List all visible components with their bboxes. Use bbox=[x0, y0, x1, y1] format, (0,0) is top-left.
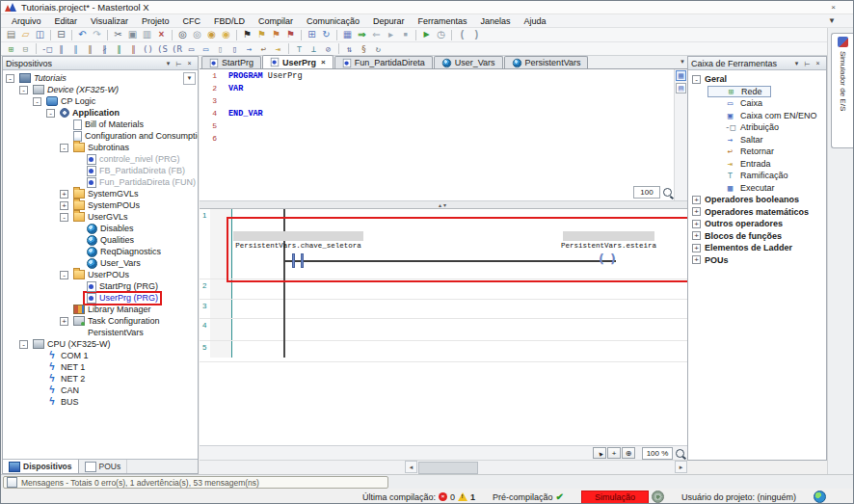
insert-positive-edge-contact-button[interactable]: ∥ bbox=[112, 42, 126, 55]
toolbox-group-blocos-de-funcoes[interactable]: + Blocos de funções bbox=[688, 230, 789, 243]
simulation-mode-button[interactable]: ▶ bbox=[419, 29, 434, 41]
bottom-tab-pous[interactable]: POUs bbox=[79, 460, 128, 473]
menu-depurar[interactable]: Depurar bbox=[366, 15, 412, 27]
declaration-editor[interactable]: 1 PROGRAM UserPrg 2 VAR 3 4 bbox=[200, 69, 687, 200]
find-next-button[interactable]: ◎ bbox=[190, 29, 204, 41]
insert-assignment-button[interactable]: -□ bbox=[40, 42, 54, 55]
tab-fun-partidadireta[interactable]: Fun_PartidaDireta bbox=[334, 56, 433, 68]
insert-box-button[interactable]: ▭ bbox=[184, 42, 199, 55]
tree-expander-icon[interactable] bbox=[73, 294, 82, 303]
tree-expander-icon[interactable]: + bbox=[60, 201, 68, 210]
tree-expander-icon[interactable] bbox=[73, 282, 82, 291]
tree-item-can[interactable]: CAN bbox=[3, 385, 198, 396]
tree-item-net2[interactable]: NET 2 bbox=[3, 373, 198, 385]
undo-button[interactable]: ↶ bbox=[75, 29, 90, 41]
tree-expander-icon[interactable] bbox=[60, 305, 68, 314]
tree-item-startprg[interactable]: StartPrg (PRG) bbox=[3, 280, 198, 292]
replace-button[interactable]: ◉ bbox=[219, 29, 233, 41]
toolbar-separator[interactable] bbox=[71, 30, 72, 40]
tree-expander-icon[interactable] bbox=[33, 398, 41, 407]
toolbar-separator[interactable] bbox=[236, 30, 237, 40]
tree-expander-icon[interactable] bbox=[73, 259, 82, 268]
edge-detection-button[interactable]: ⇅ bbox=[342, 42, 357, 55]
tree-expander-icon[interactable] bbox=[73, 167, 82, 175]
tab-user-vars[interactable]: User_Vars bbox=[434, 56, 503, 68]
toolbox-expander-icon[interactable] bbox=[711, 123, 720, 132]
close-icon[interactable]: × bbox=[813, 60, 823, 66]
insert-empty-box-button[interactable]: ▯ bbox=[213, 42, 227, 55]
menu-ferramentas[interactable]: Ferramentas bbox=[412, 15, 474, 27]
toolbar-separator[interactable] bbox=[107, 30, 108, 40]
menu-compilar[interactable]: Compilar bbox=[252, 15, 300, 27]
pan-tool-button[interactable]: + bbox=[607, 447, 621, 459]
clear-bookmarks-button[interactable]: ⚑ bbox=[283, 29, 298, 41]
tree-expander-icon[interactable] bbox=[33, 363, 41, 372]
toolbox-expander-icon[interactable] bbox=[711, 159, 720, 168]
copy-button[interactable]: ▣ bbox=[125, 29, 140, 41]
tab-overflow-icon[interactable]: ▼ bbox=[680, 59, 685, 65]
filter-icon[interactable]: ▼ bbox=[828, 16, 836, 25]
toolbox-item-atribuicao[interactable]: -□ Atribuição bbox=[707, 121, 787, 134]
tree-expander-icon[interactable] bbox=[60, 329, 68, 337]
tree-item-qualities[interactable]: Qualities bbox=[3, 234, 198, 246]
tree-item-cp-logic[interactable]: - CP Logic bbox=[3, 95, 198, 107]
toggle-bookmark-button[interactable]: ⚑ bbox=[240, 29, 254, 41]
open-project-button[interactable]: ▱ bbox=[18, 29, 33, 41]
tree-expander-icon[interactable]: - bbox=[33, 97, 41, 106]
close-icon[interactable]: × bbox=[831, 3, 836, 12]
menu-fbdld[interactable]: FBD/LD bbox=[207, 15, 252, 27]
next-bookmark-button[interactable]: ⚑ bbox=[254, 29, 269, 41]
insert-negative-edge-contact-button[interactable]: ∥ bbox=[126, 42, 141, 55]
comment-selection-button[interactable]: ( bbox=[455, 29, 469, 41]
tree-expander-icon[interactable]: - bbox=[60, 213, 68, 222]
tree-item-persistentvars[interactable]: PersistentVars bbox=[3, 327, 198, 338]
tree-expander-icon[interactable]: - bbox=[46, 109, 55, 118]
generate-code-button[interactable]: ↻ bbox=[319, 29, 334, 41]
tree-item-systempous[interactable]: + SystemPOUs bbox=[3, 199, 198, 211]
insert-set-coil-button[interactable]: (S bbox=[155, 42, 170, 55]
tree-item-library-manager[interactable]: Library Manager bbox=[3, 304, 198, 315]
tree-expander-icon[interactable] bbox=[73, 225, 82, 233]
toolbox-item-rede[interactable]: ⊞ Rede bbox=[707, 86, 771, 98]
zoom-level[interactable]: 100 % bbox=[642, 447, 673, 460]
insert-return-button[interactable]: ↩ bbox=[256, 42, 271, 55]
tree-expander-icon[interactable]: - bbox=[19, 340, 28, 349]
tree-item-bus[interactable]: BUS bbox=[3, 396, 198, 408]
close-icon[interactable]: × bbox=[184, 60, 195, 66]
toolbox-expander-icon[interactable] bbox=[711, 183, 720, 192]
tab-startprg[interactable]: StartPrg bbox=[201, 56, 261, 68]
print-button[interactable]: ⊟ bbox=[54, 29, 68, 41]
insert-branch-above-button[interactable]: ⊥ bbox=[307, 42, 321, 55]
tree-item-device[interactable]: - Device (XF325-W) bbox=[3, 84, 198, 95]
tree-expander-icon[interactable] bbox=[33, 352, 41, 360]
toolbar-separator[interactable] bbox=[50, 30, 51, 40]
paste-button[interactable]: ▥ bbox=[140, 29, 154, 41]
toolbox-expander-icon[interactable] bbox=[711, 99, 720, 108]
ladder-rung-row[interactable]: 2 bbox=[200, 279, 687, 300]
tree-item-usergvls[interactable]: - UserGVLs bbox=[3, 211, 198, 223]
runtime-clock-button[interactable]: ◷ bbox=[434, 29, 448, 41]
toolbar-separator[interactable] bbox=[338, 43, 339, 54]
project-settings-button[interactable]: ▦ bbox=[340, 29, 355, 41]
find-all-button[interactable]: ◉ bbox=[204, 29, 219, 41]
toolbar-separator[interactable] bbox=[288, 43, 289, 54]
toolbox-item-retornar[interactable]: ↩ Retornar bbox=[707, 146, 782, 158]
toolbox-group-geral[interactable]: - Geral bbox=[688, 73, 734, 86]
menu-editar[interactable]: Editar bbox=[48, 15, 85, 27]
toolbox-item-caixa-en-eno[interactable]: ▣ Caixa com EN/ENO bbox=[707, 110, 825, 122]
bottom-tab-dispositivos[interactable]: Dispositivos bbox=[3, 460, 79, 473]
toolbar-separator[interactable] bbox=[451, 30, 452, 40]
tree-item-fb-partidadireta[interactable]: FB_PartidaDireta (FB) bbox=[3, 165, 198, 176]
toolbox-item-ramificacao[interactable]: ⊤ Ramificação bbox=[707, 170, 796, 182]
menu-comunicacao[interactable]: Comunicação bbox=[300, 15, 366, 27]
insert-input-button[interactable]: ⇥ bbox=[271, 42, 285, 55]
toolbox-item-caixa[interactable]: ▭ Caixa bbox=[707, 97, 770, 110]
tree-item-reqdiagnostics[interactable]: ReqDiagnostics bbox=[3, 246, 198, 257]
tree-item-configuration-and-consumption[interactable]: Configuration and Consumption bbox=[3, 130, 198, 142]
toolbox-expander-icon[interactable] bbox=[711, 172, 720, 180]
toolbox-group-pous[interactable]: + POUs bbox=[688, 254, 736, 267]
menu-cfc[interactable]: CFC bbox=[175, 15, 207, 27]
scroll-left-icon[interactable]: ◂ bbox=[405, 461, 417, 473]
login-button[interactable]: ⇒ bbox=[355, 29, 369, 41]
insert-coil-button[interactable]: () bbox=[141, 42, 155, 55]
